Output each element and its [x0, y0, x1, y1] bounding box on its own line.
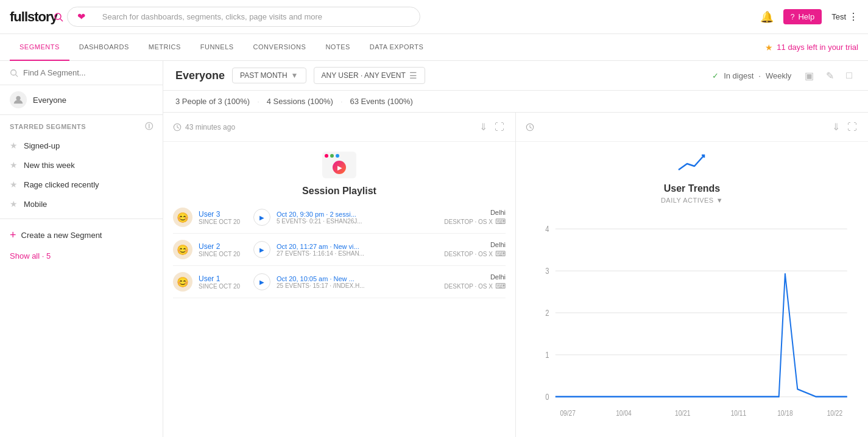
- session-panel-header: 43 minutes ago ⇓ ⛶: [163, 113, 515, 142]
- trends-chevron-icon: ▼: [716, 197, 723, 204]
- search-icon: ❤: [77, 11, 85, 23]
- tab-funnels[interactable]: FUNNELS: [191, 34, 244, 61]
- trends-subtitle[interactable]: DAILY ACTIVES ▼: [661, 197, 723, 204]
- session-time[interactable]: Oct 20, 10:05 am · New ...: [277, 275, 438, 282]
- segment-search-input[interactable]: [23, 68, 153, 77]
- trends-panel-header: ⇓ ⛶: [516, 113, 868, 142]
- digest-info: ✓ In digest · Weekly ▣ ✎ □: [712, 69, 856, 83]
- download-trends-button[interactable]: ⇓: [831, 120, 841, 134]
- filter-sliders-icon: ☰: [409, 71, 417, 80]
- logo: fullstory: [10, 9, 57, 25]
- tab-conversions[interactable]: CONVERSIONS: [244, 34, 316, 61]
- edit-digest-button[interactable]: ✎: [822, 69, 838, 83]
- panels: 43 minutes ago ⇓ ⛶: [163, 113, 868, 437]
- event-filter-button[interactable]: ANY USER · ANY EVENT ☰: [314, 67, 425, 84]
- user-name[interactable]: User 2: [199, 242, 247, 251]
- tab-segments[interactable]: SEGMENTS: [10, 34, 69, 61]
- notifications-icon[interactable]: 🔔: [760, 10, 774, 24]
- play-triangle: ▶: [337, 164, 342, 171]
- monitor-icon: ⌨: [495, 282, 506, 290]
- svg-point-2: [11, 69, 16, 75]
- session-panel: 43 minutes ago ⇓ ⛶: [163, 113, 516, 437]
- expand-trends-button[interactable]: ⛶: [846, 120, 858, 134]
- chart-svg: 4 3 2 1 0 09/27 10/04 10/21 10/11 10/18 …: [531, 214, 853, 427]
- session-time[interactable]: Oct 20, 11:27 am · New vi...: [277, 243, 438, 250]
- session-detail: Oct 20, 11:27 am · New vi... 27 EVENTS· …: [277, 243, 438, 257]
- sidebar: Everyone STARRED SEGMENTS ⓘ ★ Signed-up …: [0, 61, 163, 437]
- sessions-stat: 4 Sessions (100%): [267, 97, 333, 106]
- create-label: Create a new Segment: [21, 231, 102, 240]
- sidebar-item-mobile[interactable]: ★ Mobile: [0, 194, 163, 214]
- playlist-icon: ▶: [322, 152, 356, 181]
- plus-icon: +: [10, 229, 16, 242]
- show-all-text: Show all · 5: [10, 251, 51, 260]
- trends-subtitle-text: DAILY ACTIVES: [661, 197, 714, 204]
- device-info: DESKTOP · OS X ⌨: [444, 217, 506, 226]
- trial-notice: ★ 11 days left in your trial: [765, 43, 858, 52]
- main-layout: Everyone STARRED SEGMENTS ⓘ ★ Signed-up …: [0, 61, 868, 437]
- show-all-link[interactable]: Show all · 5: [0, 246, 163, 265]
- session-list: 😊 User 3 SINCE OCT 20 ▶ Oct 20, 9:30 pm …: [163, 201, 515, 437]
- copy-digest-button[interactable]: ▣: [801, 69, 817, 83]
- session-time[interactable]: Oct 20, 9:30 pm · 2 sessi...: [277, 211, 438, 218]
- table-row: 😊 User 1 SINCE OCT 20 ▶ Oct 20, 10:05 am…: [173, 266, 506, 298]
- svg-text:1: 1: [545, 351, 549, 360]
- play-button[interactable]: ▶: [253, 241, 270, 258]
- trends-title-area: User Trends DAILY ACTIVES ▼: [516, 142, 868, 209]
- avatar: 😊: [173, 240, 192, 259]
- play-button[interactable]: ▶: [253, 273, 270, 290]
- device-text: DESKTOP · OS X: [444, 218, 493, 225]
- colored-dots: [325, 154, 339, 158]
- panel-time: 43 minutes ago: [173, 123, 478, 131]
- nav-tabs: SEGMENTS DASHBOARDS METRICS FUNNELS CONV…: [0, 34, 868, 61]
- delete-digest-button[interactable]: □: [842, 69, 856, 83]
- star-icon-new-this-week: ★: [10, 160, 18, 170]
- sidebar-item-new-this-week[interactable]: ★ New this week: [0, 155, 163, 175]
- segment-label-rage-clicked: Rage clicked recently: [24, 180, 99, 189]
- session-meta: 25 EVENTS· 15:17 · /INDEX.H...: [277, 282, 438, 289]
- tab-dashboards[interactable]: DASHBOARDS: [69, 34, 139, 61]
- svg-text:10/21: 10/21: [675, 409, 690, 417]
- sidebar-item-rage-clicked[interactable]: ★ Rage clicked recently: [0, 175, 163, 194]
- play-button[interactable]: ▶: [253, 209, 270, 226]
- avatar: 😊: [173, 272, 192, 292]
- test-button[interactable]: Test ⋮: [831, 11, 858, 23]
- session-detail: Oct 20, 10:05 am · New ... 25 EVENTS· 15…: [277, 275, 438, 289]
- clock-icon: [173, 123, 182, 131]
- tab-metrics[interactable]: METRICS: [139, 34, 191, 61]
- user-since: SINCE OCT 20: [199, 283, 247, 290]
- test-label: Test: [831, 12, 846, 21]
- trends-panel: ⇓ ⛶ User Trends DAILY ACTIVES ▼: [516, 113, 868, 437]
- svg-point-4: [16, 96, 20, 100]
- session-meta: 27 EVENTS· 1:16:14 · ESHAN...: [277, 250, 438, 257]
- create-segment-button[interactable]: + Create a new Segment: [0, 224, 163, 246]
- location-name: Delhi: [444, 273, 506, 281]
- user-name[interactable]: User 1: [199, 274, 247, 283]
- check-icon: ✓: [712, 71, 719, 80]
- everyone-item[interactable]: Everyone: [0, 85, 163, 115]
- search-bar[interactable]: ❤ Search for dashboards, segments, click…: [67, 7, 420, 27]
- trend-up-icon: [677, 152, 707, 178]
- search-placeholder: Search for dashboards, segments, clicks,…: [90, 12, 322, 21]
- help-button[interactable]: ? Help: [783, 9, 822, 24]
- table-row: 😊 User 2 SINCE OCT 20 ▶ Oct 20, 11:27 am…: [173, 234, 506, 266]
- expand-session-button[interactable]: ⛶: [493, 120, 506, 134]
- segment-label-signed-up: Signed-up: [24, 141, 60, 150]
- star-icon-signed-up: ★: [10, 141, 18, 150]
- sidebar-search[interactable]: [0, 61, 163, 85]
- user-name[interactable]: User 3: [199, 210, 247, 218]
- chart-area: 4 3 2 1 0 09/27 10/04 10/21 10/11 10/18 …: [516, 209, 868, 437]
- trial-text: 11 days left in your trial: [777, 43, 858, 52]
- time-filter-button[interactable]: PAST MONTH ▼: [232, 68, 306, 83]
- trends-label: User Trends: [664, 183, 720, 194]
- info-icon[interactable]: ⓘ: [145, 121, 153, 132]
- search-icon-sidebar: [10, 69, 18, 77]
- download-session-button[interactable]: ⇓: [478, 120, 489, 134]
- svg-text:0: 0: [545, 393, 549, 402]
- sidebar-item-signed-up[interactable]: ★ Signed-up: [0, 136, 163, 155]
- playlist-title-area: ▶ Session Playlist: [163, 142, 515, 201]
- tab-notes[interactable]: NOTES: [316, 34, 359, 61]
- user-info: User 2 SINCE OCT 20: [199, 242, 247, 257]
- star-icon-rage-clicked: ★: [10, 180, 18, 189]
- tab-data-exports[interactable]: DATA EXPORTS: [360, 34, 434, 61]
